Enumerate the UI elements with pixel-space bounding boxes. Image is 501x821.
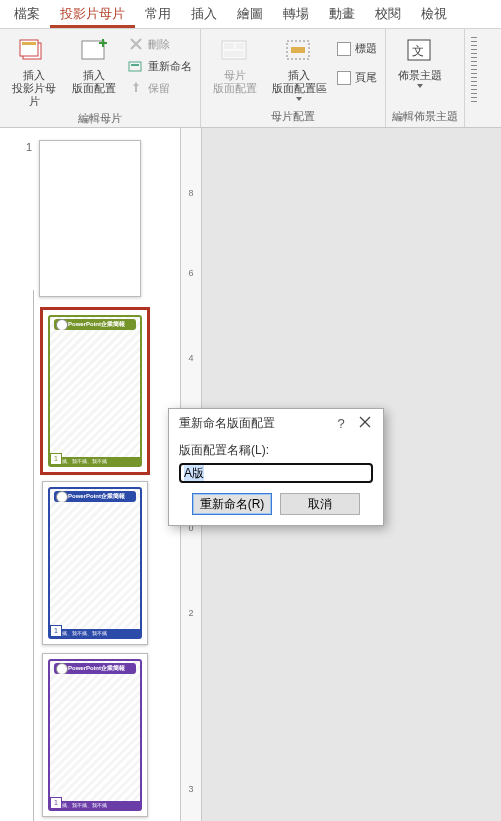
svg-text:文: 文: [412, 44, 424, 58]
dialog-title: 重新命名版面配置: [179, 415, 329, 432]
close-icon: [359, 416, 371, 428]
insert-layout-button[interactable]: 插入 版面配置: [66, 33, 122, 97]
tab-draw[interactable]: 繪圖: [227, 0, 273, 28]
tab-transition[interactable]: 轉場: [273, 0, 319, 28]
footer-checkbox[interactable]: 頁尾: [335, 68, 379, 87]
group-edit-theme-label: 編輯佈景主題: [392, 108, 458, 125]
rename-icon: [128, 58, 144, 74]
title-checkbox-label: 標題: [355, 41, 377, 56]
dropdown-icon: [417, 84, 423, 88]
themes-label: 佈景主題: [398, 69, 442, 82]
insert-placeholder-button[interactable]: 插入 版面配置區: [267, 33, 331, 103]
layout-thumbnail-1[interactable]: PowerPoint企業簡報 我不搞、我不搞、我不搞 1: [42, 309, 148, 473]
group-master-layout: 母片 版面配置 插入 版面配置區 標題 頁尾 母片配置: [201, 29, 386, 127]
tab-insert[interactable]: 插入: [181, 0, 227, 28]
insert-layout-label: 插入 版面配置: [72, 69, 116, 95]
insert-placeholder-icon: [283, 35, 315, 67]
close-button[interactable]: [353, 416, 377, 431]
tab-slide-master[interactable]: 投影片母片: [50, 0, 135, 28]
tab-home[interactable]: 常用: [135, 0, 181, 28]
thumbnail-pane[interactable]: 1 PowerPoint企業簡報 我不搞、我不搞、我不搞 1: [0, 128, 181, 821]
group-edit-master-label: 編輯母片: [6, 110, 194, 127]
group-edit-master: 插入 投影片母片 插入 版面配置 刪除 重新命名 保: [0, 29, 201, 127]
themes-icon: 文: [404, 35, 436, 67]
thumb-title-text: PowerPoint企業簡報: [68, 492, 125, 501]
rename-confirm-button[interactable]: 重新命名(R): [192, 493, 272, 515]
rename-button[interactable]: 重新命名: [126, 57, 194, 75]
dropdown-icon: [296, 97, 302, 101]
master-layout-button[interactable]: 母片 版面配置: [207, 33, 263, 97]
rename-layout-dialog: 重新命名版面配置 ? 版面配置名稱(L): 重新命名(R) 取消: [168, 408, 384, 526]
layout-name-input[interactable]: [179, 463, 373, 483]
avatar-icon: [56, 319, 68, 330]
insert-slide-master-icon: [18, 35, 50, 67]
corner-badge: 1: [50, 453, 62, 465]
layout-name-label: 版面配置名稱(L):: [179, 442, 373, 459]
tab-view[interactable]: 檢視: [411, 0, 457, 28]
checkbox-icon: [337, 71, 351, 85]
title-checkbox[interactable]: 標題: [335, 39, 379, 58]
thumb-title-text: PowerPoint企業簡報: [68, 320, 125, 329]
rename-label: 重新命名: [148, 59, 192, 74]
avatar-icon: [56, 491, 68, 502]
thumb-title-text: PowerPoint企業簡報: [68, 664, 125, 673]
delete-icon: [128, 36, 144, 52]
svg-rect-8: [129, 62, 141, 71]
insert-layout-icon: [78, 35, 110, 67]
insert-placeholder-label: 插入 版面配置區: [272, 69, 327, 95]
master-layout-label: 母片 版面配置: [213, 69, 257, 95]
svg-rect-9: [131, 64, 139, 66]
ribbon: 插入 投影片母片 插入 版面配置 刪除 重新命名 保: [0, 29, 501, 128]
svg-rect-13: [224, 51, 244, 57]
checkbox-icon: [337, 42, 351, 56]
tab-review[interactable]: 校閱: [365, 0, 411, 28]
insert-slide-master-label: 插入 投影片母片: [10, 69, 58, 108]
group-more: [465, 29, 483, 127]
delete-label: 刪除: [148, 37, 170, 52]
help-button[interactable]: ?: [329, 416, 353, 431]
preserve-button[interactable]: 保留: [126, 79, 194, 97]
cancel-button[interactable]: 取消: [280, 493, 360, 515]
delete-button[interactable]: 刪除: [126, 35, 194, 53]
corner-badge: 1: [50, 797, 62, 809]
tab-animation[interactable]: 動畫: [319, 0, 365, 28]
group-edit-theme: 文 佈景主題 編輯佈景主題: [386, 29, 465, 127]
svg-rect-15: [291, 47, 305, 53]
svg-rect-11: [224, 43, 234, 49]
tab-file[interactable]: 檔案: [4, 0, 50, 28]
themes-button[interactable]: 文 佈景主題: [392, 33, 448, 90]
svg-rect-12: [236, 43, 244, 49]
svg-rect-2: [22, 42, 36, 45]
avatar-icon: [56, 663, 68, 674]
master-index: 1: [26, 141, 32, 153]
layout-thumbnail-3[interactable]: PowerPoint企業簡報 我不搞、我不搞、我不搞 1: [42, 653, 148, 817]
footer-checkbox-label: 頁尾: [355, 70, 377, 85]
preserve-icon: [128, 80, 144, 96]
corner-badge: 1: [50, 625, 62, 637]
tab-bar: 檔案 投影片母片 常用 插入 繪圖 轉場 動畫 校閱 檢視: [0, 0, 501, 29]
group-master-layout-label: 母片配置: [207, 108, 379, 125]
slide-master-thumbnail[interactable]: 1: [39, 140, 141, 297]
more-colors-icon[interactable]: [471, 37, 477, 103]
preserve-label: 保留: [148, 81, 170, 96]
layout-thumbnail-2[interactable]: PowerPoint企業簡報 我不搞、我不搞、我不搞 1: [42, 481, 148, 645]
dialog-titlebar[interactable]: 重新命名版面配置 ?: [169, 409, 383, 438]
master-layout-icon: [219, 35, 251, 67]
insert-slide-master-button[interactable]: 插入 投影片母片: [6, 33, 62, 110]
